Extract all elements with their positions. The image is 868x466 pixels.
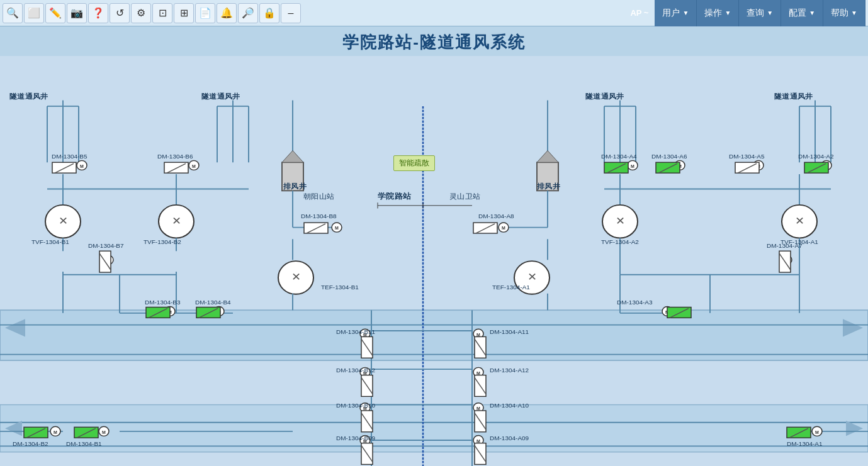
svg-point-116 — [675, 160, 685, 170]
svg-text:DM-1304-B11: DM-1304-B11 — [336, 328, 375, 335]
svg-text:DM-1304-A7: DM-1304-A7 — [767, 243, 803, 250]
grid-icon[interactable]: ⊞ — [174, 3, 194, 23]
svg-point-112 — [99, 426, 109, 436]
help-icon[interactable]: ❓ — [88, 3, 108, 23]
query-menu-button[interactable]: 查询 ▼ — [739, 0, 781, 26]
svg-rect-166 — [99, 251, 111, 272]
help-menu-button[interactable]: 帮助 ▼ — [823, 0, 865, 26]
svg-rect-148 — [24, 427, 48, 438]
svg-line-175 — [361, 445, 373, 462]
svg-text:M: M — [335, 226, 339, 231]
svg-marker-77 — [537, 150, 558, 162]
svg-point-24 — [45, 205, 81, 238]
svg-text:DM-1304-A5: DM-1304-A5 — [729, 153, 765, 160]
operation-menu-button[interactable]: 操作 ▼ — [697, 0, 739, 26]
diagram: ✕ ✕ ✕ — [0, 56, 868, 466]
svg-point-40 — [278, 261, 313, 294]
svg-line-149 — [26, 428, 45, 438]
svg-point-94 — [332, 223, 342, 232]
svg-line-185 — [475, 445, 486, 462]
copy-icon[interactable]: ⬜ — [24, 3, 44, 23]
search-icon[interactable]: 🔍 — [3, 3, 23, 23]
svg-text:✕: ✕ — [59, 214, 67, 226]
svg-point-64 — [602, 205, 638, 238]
camera-icon[interactable]: 📷 — [67, 3, 87, 23]
user-menu-button[interactable]: 用户 ▼ — [655, 0, 697, 26]
svg-text:✕: ✕ — [616, 214, 624, 226]
svg-text:隧道通风井: 隧道通风井 — [9, 92, 49, 100]
svg-text:M: M — [102, 430, 106, 435]
lock-icon[interactable]: 🔒 — [259, 3, 279, 23]
svg-text:DM-1304-A12: DM-1304-A12 — [490, 367, 529, 374]
alarm-icon[interactable]: 🔔 — [217, 3, 237, 23]
svg-text:DM-1304-B5: DM-1304-B5 — [52, 153, 87, 160]
svg-text:DM-1304-B10: DM-1304-B10 — [336, 402, 376, 409]
svg-point-120 — [821, 160, 831, 170]
svg-line-167 — [99, 253, 111, 270]
svg-rect-176 — [779, 251, 791, 272]
svg-rect-180 — [475, 375, 486, 397]
svg-rect-158 — [804, 162, 828, 173]
smart-evacuation-button[interactable]: 智能疏散 — [393, 155, 435, 171]
svg-text:✕: ✕ — [172, 214, 181, 226]
svg-line-159 — [807, 164, 826, 173]
svg-point-100 — [214, 307, 224, 316]
svg-text:隧道通风井: 隧道通风井 — [585, 92, 625, 100]
svg-line-143 — [307, 224, 325, 233]
svg-point-128 — [473, 329, 483, 338]
svg-text:M: M — [678, 164, 682, 169]
svg-rect-170 — [361, 375, 373, 397]
svg-text:DM-1304-A10: DM-1304-A10 — [490, 402, 529, 409]
svg-point-102 — [360, 329, 370, 338]
svg-text:DM-1304-A8: DM-1304-A8 — [478, 213, 514, 220]
svg-line-161 — [476, 224, 495, 233]
svg-line-169 — [361, 339, 373, 355]
svg-text:DM-1304-A09: DM-1304-A09 — [490, 435, 529, 441]
svg-text:✕: ✕ — [291, 271, 300, 283]
svg-rect-146 — [196, 307, 220, 318]
svg-text:排风井: 排风井 — [283, 182, 307, 191]
svg-rect-154 — [656, 162, 680, 173]
svg-text:DM-1304-A11: DM-1304-A11 — [490, 328, 529, 335]
svg-line-157 — [738, 164, 757, 173]
document-icon[interactable]: 📄 — [195, 3, 215, 23]
svg-line-139 — [55, 164, 74, 173]
settings-icon[interactable]: ⚙ — [131, 3, 151, 23]
svg-marker-2 — [843, 319, 863, 336]
svg-point-98 — [165, 307, 175, 316]
svg-point-118 — [753, 160, 764, 170]
svg-point-136 — [812, 426, 822, 436]
svg-text:DM-1304-B6: DM-1304-B6 — [157, 153, 193, 160]
toolbar: 🔍 ⬜ ✏️ 📷 ❓ ↺ ⚙ ⊡ ⊞ 📄 🔔 🔎 🔒 – AP ~ 用户 ▼ 操… — [0, 0, 868, 26]
svg-rect-76 — [537, 162, 558, 191]
refresh-icon[interactable]: ↺ — [110, 3, 130, 23]
svg-text:M: M — [217, 310, 221, 314]
svg-text:排风井: 排风井 — [536, 182, 561, 191]
svg-line-179 — [475, 339, 486, 355]
export-icon[interactable]: ⊡ — [152, 3, 172, 23]
svg-point-80 — [514, 261, 550, 294]
svg-text:DM-1304-A6: DM-1304-A6 — [651, 153, 687, 160]
svg-text:M: M — [502, 226, 505, 231]
svg-text:DM-1304-B09: DM-1304-B09 — [336, 435, 375, 441]
svg-marker-1 — [5, 319, 25, 336]
svg-text:DM-1304-A4: DM-1304-A4 — [601, 153, 637, 160]
svg-line-153 — [607, 164, 626, 173]
svg-text:DM-1304-B4: DM-1304-B4 — [195, 299, 231, 306]
edit-icon[interactable]: ✏️ — [45, 3, 65, 23]
svg-text:DM-1304-A3: DM-1304-A3 — [617, 299, 653, 306]
svg-point-114 — [628, 160, 638, 170]
zoom-icon[interactable]: 🔎 — [238, 3, 258, 23]
svg-text:灵山卫站: 灵山卫站 — [449, 192, 480, 201]
svg-rect-142 — [304, 223, 328, 233]
svg-text:DM-1304-B2: DM-1304-B2 — [13, 441, 48, 448]
svg-rect-178 — [475, 336, 486, 358]
svg-text:TVF-1304-B1: TVF-1304-B1 — [31, 238, 69, 245]
svg-point-26 — [159, 205, 194, 238]
config-menu-button[interactable]: 配置 ▼ — [781, 0, 823, 26]
svg-point-66 — [782, 205, 817, 238]
svg-point-106 — [360, 403, 370, 413]
svg-point-110 — [50, 426, 60, 436]
svg-text:M: M — [192, 164, 196, 169]
minus-icon[interactable]: – — [281, 3, 301, 23]
